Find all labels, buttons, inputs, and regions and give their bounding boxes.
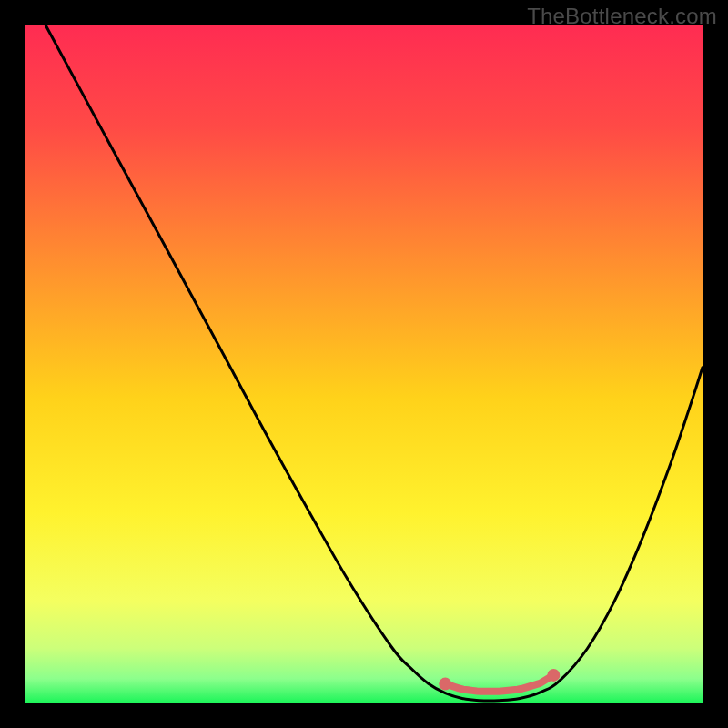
- highlight-start-dot: [439, 678, 451, 691]
- highlight-end-dot: [547, 669, 560, 682]
- plot-svg: [25, 25, 703, 703]
- chart-frame: TheBottleneck.com: [0, 0, 728, 728]
- watermark-text: TheBottleneck.com: [527, 4, 717, 29]
- plot-background: [25, 25, 703, 703]
- svg-rect-0: [25, 25, 703, 703]
